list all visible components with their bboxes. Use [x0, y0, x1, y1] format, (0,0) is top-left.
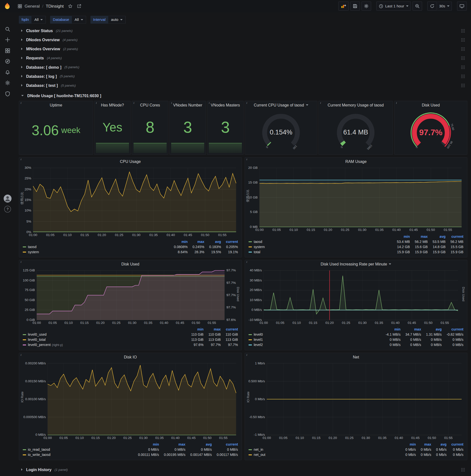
legend-series-name[interactable]: total	[254, 250, 260, 254]
row-title: Login History	[26, 467, 51, 472]
grafana-logo[interactable]	[3, 2, 11, 10]
legend-series-name[interactable]: system	[28, 250, 39, 254]
sidebar-item-alerting[interactable]	[0, 69, 15, 76]
legend-series-name[interactable]: net_in	[254, 448, 263, 451]
row-drag-handle[interactable]	[461, 84, 465, 87]
panel-cpu-usage-chart: CPU Usage 30%25%20%15%10%5%0%01:0001:050…	[19, 157, 242, 257]
sidebar-item-help[interactable]: ?	[0, 206, 15, 213]
panel-info-icon[interactable]	[320, 101, 321, 104]
chart-plot[interactable]: 30%25%20%15%10%5%0%01:0001:0501:1001:150…	[19, 165, 242, 238]
panel-info-icon[interactable]	[171, 101, 172, 104]
panel-title[interactable]: Net	[245, 353, 467, 361]
sidebar-item-profile[interactable]	[0, 194, 15, 203]
legend-series-name[interactable]: taosd	[28, 245, 36, 249]
x-axis-tick-label: 01:55	[441, 228, 455, 232]
legend-series-name[interactable]: system	[254, 245, 265, 249]
dashboard-row[interactable]: DNodes Overview(4 panels)	[19, 35, 467, 44]
variable-value-dropdown[interactable]: auto	[108, 16, 126, 24]
panel-info-icon[interactable]	[96, 101, 97, 104]
chart-plot[interactable]: 1 Mb/s0.500 Mb/s0 Mb/s-0.50 Mb/s-1 Mb/s0…	[245, 361, 467, 441]
panel-info-icon[interactable]	[21, 101, 21, 104]
row-drag-handle[interactable]	[461, 38, 465, 42]
panel-title[interactable]: Disk Used	[19, 260, 242, 268]
legend-col-header: current	[445, 234, 463, 239]
row-drag-handle[interactable]	[461, 468, 465, 472]
chart-plot[interactable]: 20 GB15 GB10 GB5 GB0 MB01:0001:0501:1001…	[245, 165, 467, 233]
panel-title[interactable]: RAM Usage	[245, 157, 467, 165]
row-drag-handle[interactable]	[461, 74, 465, 78]
legend-value: 0 Mb/s	[446, 447, 463, 452]
sidebar-item-search[interactable]	[0, 26, 15, 33]
panel-menu-caret[interactable]	[389, 264, 391, 265]
panel-title[interactable]: Current CPU Usage of taosd	[245, 101, 317, 109]
legend-series-name[interactable]: level2	[254, 343, 263, 347]
dashboard-row-dnode-usage[interactable]: DNode Usage [ huolinhe-TM1701:6030 ]	[19, 91, 467, 100]
panel-vnodes-masters: VNodes Masters 3	[207, 101, 244, 155]
dashboard-row-login-history[interactable]: Login History (1 panel)	[19, 465, 467, 474]
variable-value-dropdown[interactable]: All	[72, 16, 86, 24]
legend-series-name[interactable]: level0	[254, 333, 263, 336]
panel-net-chart: Net 1 Mb/s0.500 Mb/s0 Mb/s-0.50 Mb/s-1 M…	[245, 353, 467, 460]
panel-info-icon[interactable]	[247, 260, 247, 263]
sidebar-item-configuration[interactable]	[0, 79, 15, 87]
variable-value-dropdown[interactable]: All	[32, 16, 46, 24]
panel-info-icon[interactable]	[247, 353, 247, 356]
legend-value: 110 GiB	[204, 332, 221, 337]
panel-title[interactable]: Current Memory Usage of taosd	[319, 101, 393, 109]
dashboard-row[interactable]: Database: [ log ](5 panels)	[19, 72, 467, 81]
dashboard-row[interactable]: Database: [ test ](5 panels)	[19, 81, 467, 90]
legend-series-name[interactable]: level0_total	[28, 338, 46, 341]
panel-title[interactable]: Disk IO	[19, 353, 242, 361]
legend-value: 0.00195 MB/s	[159, 452, 185, 457]
legend-series-name[interactable]: io_write_taosd	[28, 453, 50, 457]
chart-plot[interactable]: 0.00200 MB/s0.00150 MB/s0.00100 MB/s0.00…	[19, 361, 242, 441]
legend-series-name[interactable]: level0_used	[28, 333, 47, 336]
chart-plot[interactable]: 125 GiB100 GiB75 GiB50 GiB25 GiB0 GiB97.…	[19, 268, 242, 326]
row-drag-handle[interactable]	[461, 47, 465, 51]
panel-info-icon[interactable]	[21, 353, 21, 356]
panel-info-icon[interactable]	[209, 101, 209, 104]
legend-value: 0 Mb/s	[416, 447, 431, 452]
legend-series-name[interactable]: level1	[254, 338, 263, 341]
panel-title[interactable]: Uptime	[19, 101, 93, 109]
panel-title[interactable]: Disk Used	[394, 101, 467, 109]
chart-plot[interactable]: 40 MB/s30 MB/s20 MB/s10 MB/s0 MB/s-10 MB…	[245, 268, 467, 326]
row-drag-handle[interactable]	[461, 56, 465, 60]
legend-header-row: minmaxavgcurrent	[249, 327, 463, 332]
x-axis-tick-label: 01:10	[60, 233, 75, 237]
panel-title[interactable]: Has MNode?	[94, 101, 131, 109]
chevron-right-icon	[21, 57, 23, 59]
panel-info-icon[interactable]	[134, 101, 134, 104]
dashboard-row[interactable]: Requests(4 panels)	[19, 53, 467, 63]
legend-series-name[interactable]: level0_percent	[28, 343, 51, 347]
sidebar-item-server-admin[interactable]	[0, 90, 15, 97]
sidebar-item-create[interactable]	[0, 36, 15, 43]
row-drag-handle[interactable]	[461, 65, 465, 69]
sidebar-item-dashboards[interactable]	[0, 47, 15, 54]
sidebar-item-explore[interactable]	[0, 58, 15, 65]
stat-value: 8	[146, 118, 154, 136]
row-drag-handle[interactable]	[461, 29, 465, 33]
legend-col-header: current	[221, 239, 238, 244]
dashboard-row[interactable]: Cluster Status(21 panels)	[19, 26, 467, 35]
dashboard-row[interactable]: MNodes Overview(2 panels)	[19, 44, 467, 53]
panel-info-icon[interactable]	[21, 158, 21, 161]
panel-current-cpu-usage: Current CPU Usage of taosd 0.154% 0100	[245, 101, 318, 155]
panel-info-icon[interactable]	[247, 158, 247, 161]
x-axis-tick-label: 01:25	[338, 228, 352, 232]
panel-info-icon[interactable]	[21, 260, 21, 263]
legend-series-name[interactable]: io_read_taosd	[28, 448, 50, 451]
panel-title[interactable]: CPU Cores	[132, 101, 168, 109]
legend-series-color	[23, 449, 26, 450]
legend-col-header: min	[401, 442, 416, 447]
panel-title[interactable]: VNodes Masters	[207, 101, 243, 109]
panel-info-icon[interactable]	[247, 101, 247, 104]
dashboard-row[interactable]: Database: [ demo ](5 panels)	[19, 63, 467, 72]
panel-title[interactable]: VNodes Number	[170, 101, 206, 109]
panel-menu-caret[interactable]	[306, 104, 308, 106]
panel-info-icon[interactable]	[396, 101, 397, 104]
legend-series-name[interactable]: taosd	[254, 240, 262, 243]
legend-series-name[interactable]: net_out	[254, 453, 265, 457]
panel-title[interactable]: Disk Used Increasing Rate per Minute	[245, 260, 467, 268]
panel-title[interactable]: CPU Usage	[19, 157, 242, 165]
